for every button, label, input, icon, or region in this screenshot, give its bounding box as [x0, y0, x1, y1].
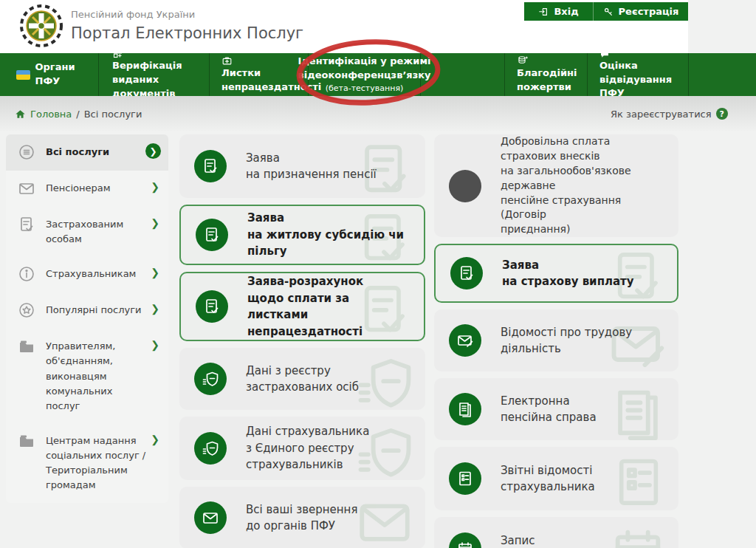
- sidebar-item-insured-persons[interactable]: Застрахованим особам ❯: [6, 207, 168, 256]
- card-insured-persons-registry-data[interactable]: Дані з реєстру застрахованих осіб: [179, 348, 425, 410]
- question-mark-icon: ?: [716, 108, 728, 120]
- nav-item-donations[interactable]: Благодійні пожертви: [504, 53, 587, 96]
- chevron-right-icon: ❯: [151, 339, 159, 351]
- folder-icon: [18, 338, 35, 355]
- breadcrumb: Головна / Всі послуги: [15, 109, 142, 120]
- key-icon: [603, 7, 614, 17]
- report-icon: [449, 462, 481, 495]
- sidebar-item-social-centers[interactable]: Центрам надання соціальних послуг / Тери…: [6, 423, 168, 503]
- briefcase-plus-icon: [221, 55, 233, 66]
- document-check-icon: [194, 150, 227, 182]
- folder-icon: [18, 432, 35, 450]
- nav-item-verification[interactable]: Верифікація виданих документів: [98, 53, 209, 96]
- login-icon: [538, 7, 549, 17]
- envelope-icon: [18, 179, 35, 197]
- chevron-right-icon: ❯: [151, 217, 159, 229]
- chevron-right-icon: ❯: [151, 267, 159, 278]
- register-button[interactable]: Реєстрація: [594, 2, 688, 21]
- card-insurer-registry-data[interactable]: Дані страхувальника з Єдиного реєстру ст…: [179, 417, 425, 480]
- document-check-icon: [450, 257, 483, 290]
- report-watermark-icon: [609, 453, 668, 510]
- ukraine-flag-icon: [16, 70, 30, 80]
- card-sick-leave-payment-application[interactable]: Заява-розрахунок щодо сплати за листками…: [179, 272, 425, 341]
- card-pension-application[interactable]: Заява на призначення пенсії: [179, 134, 425, 198]
- pfu-logo: [19, 4, 63, 48]
- sidebar-item-managers[interactable]: Управителям, об'єднанням, виконавцям ком…: [6, 329, 168, 423]
- nav-divider: [688, 53, 689, 96]
- sidebar-item-popular-services[interactable]: Популярні послуги ❯: [6, 292, 168, 329]
- card-insurer-report-information[interactable]: Звітні відомості страхувальника: [434, 447, 678, 510]
- breadcrumb-bar: Головна / Всі послуги Як зареєструватися…: [0, 96, 756, 131]
- chevron-right-icon: ❯: [151, 181, 159, 193]
- sidebar-item-all-services[interactable]: Всі послуги ❯: [6, 134, 168, 171]
- gray-circle-icon: [449, 170, 481, 202]
- star-circle-icon: [18, 301, 35, 319]
- card-voluntary-insurance-payment[interactable]: Добровільна сплата страхових внесків на …: [434, 134, 678, 237]
- pages-icon: [449, 393, 481, 425]
- sidebar-item-pensioners[interactable]: Пенсіонерам ❯: [6, 171, 168, 207]
- site-header: Пенсійний фонд України Портал Електронни…: [0, 0, 688, 53]
- card-housing-subsidy-application[interactable]: Заява на житлову субсидію чи пільгу: [179, 205, 425, 265]
- coins-icon: [517, 55, 529, 66]
- document-check-icon: [18, 216, 35, 233]
- card-all-your-appeals[interactable]: Всі ваші звернення до органів ПФУ: [179, 487, 425, 548]
- document-check-icon: [196, 290, 228, 323]
- chevron-right-icon: ❯: [151, 434, 159, 445]
- breadcrumb-separator: /: [76, 109, 79, 120]
- envelope-pencil-icon: [449, 324, 481, 357]
- envelope-watermark-icon: [354, 491, 415, 548]
- document-check-icon: [196, 219, 228, 251]
- chat-bubble-icon: [599, 49, 610, 59]
- breadcrumb-current: Всі послуги: [84, 109, 142, 120]
- nav-item-sick-leave[interactable]: Листки непрацездатності: [209, 53, 308, 96]
- pages-watermark-icon: [608, 383, 668, 440]
- sidebar: Всі послуги ❯ Пенсіонерам ❯ Застраховани…: [6, 134, 168, 503]
- nav-item-video-identification[interactable]: Ідентифікація у режимі відеоконференцзв’…: [308, 53, 421, 96]
- services-column-right: Добровільна сплата страхових внесків на …: [434, 134, 678, 548]
- org-name: Пенсійний фонд України: [71, 9, 195, 20]
- nav-item-visit-rating[interactable]: Оцінка відвідування ПФУ: [587, 53, 688, 96]
- list-circle-icon: [18, 143, 35, 161]
- card-employment-information[interactable]: Відомості про трудову діяльність: [434, 309, 678, 371]
- beta-testing-note: (бета-тестування): [326, 83, 404, 95]
- shield-watermark-icon: [354, 352, 415, 410]
- shield-icon: [194, 363, 227, 395]
- page-title: Портал Електронних Послуг: [71, 24, 303, 42]
- info-circle-icon: [18, 265, 35, 283]
- breadcrumb-home-link[interactable]: Головна: [15, 109, 72, 120]
- home-icon: [15, 109, 26, 120]
- shield-icon: [194, 432, 227, 465]
- card-appointment-booking[interactable]: Запис на прийом: [434, 517, 678, 548]
- card-electronic-pension-file[interactable]: Електронна пенсійна справа: [434, 378, 678, 440]
- chevron-right-circle-icon: ❯: [145, 143, 161, 159]
- how-to-register-link[interactable]: Як зареєструватися ?: [611, 108, 728, 120]
- chevron-right-icon: ❯: [151, 303, 159, 315]
- calendar-pencil-watermark-icon: [608, 522, 668, 548]
- sidebar-item-insurers[interactable]: Страхувальникам ❯: [6, 256, 168, 292]
- main-nav: Органи ПФУ Верифікація виданих документі…: [0, 53, 756, 96]
- card-insurance-payout-application[interactable]: Заява на страхову виплату: [434, 244, 678, 303]
- nav-item-organy-pfu[interactable]: Органи ПФУ: [0, 53, 98, 96]
- services-column-left: Заява на призначення пенсії Заява на жит…: [179, 134, 425, 548]
- envelope-icon: [194, 501, 227, 534]
- qr-grid-icon: [112, 48, 123, 59]
- calendar-pencil-icon: [449, 532, 481, 548]
- login-button[interactable]: Вхід: [524, 2, 594, 21]
